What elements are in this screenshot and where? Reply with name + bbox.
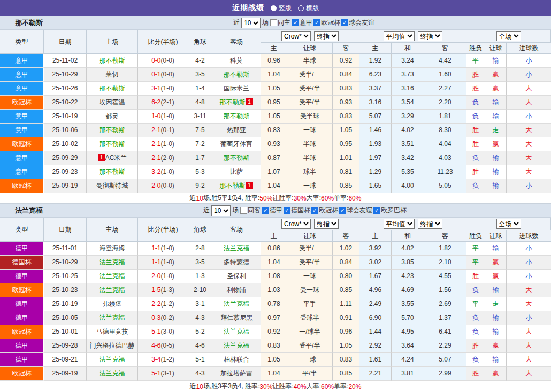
goals-outcome: 小 [507,256,551,270]
home-team[interactable]: 都灵 [106,112,119,120]
match-score: 5-1(3-1) [138,367,188,381]
away-team[interactable]: 加拉塔萨雷 [220,370,252,377]
away-team[interactable]: 圣保利 [227,272,246,280]
home-team[interactable]: 法兰克福 [100,356,125,363]
layout-option-vertical[interactable]: 竖版 [271,4,292,13]
table-header: 类型 日期 主场 比分(半场) 角球 客场 Crow* 终指 平均值 终指 全场… [0,30,551,54]
summary-row: 近10场,胜3平3负4, 胜率:30% 让胜率:40% 大率:60% 单率:20… [0,381,551,392]
handicap-outcome: 输 [485,311,507,325]
home-team-cell: 海登海姆 [87,242,138,256]
league-filter-checkbox[interactable]: ✓球会友谊 [339,206,372,215]
away-team[interactable]: 那不勒斯 [224,154,249,162]
away-team[interactable]: 葡萄牙体育 [220,140,252,148]
checkbox-checked-icon[interactable]: ✓ [292,19,299,26]
away-odds: 1.05 [333,124,359,137]
away-team[interactable]: 法兰克福 [224,300,249,308]
halftime-score: (1-3) [161,286,174,294]
col-handicap: 让球 [287,43,333,54]
handicap-outcome: 赢 [485,82,507,96]
handicap-line: 一球 [287,124,333,137]
summary-stat-value: 10 [196,195,203,202]
home-team[interactable]: 那不勒斯 [100,168,125,175]
average-stage-select[interactable]: 终指 [418,31,442,41]
away-team[interactable]: 热那亚 [227,126,246,134]
fulltime-score: 2-2 [151,300,160,308]
period-select[interactable]: 全场 [496,31,521,41]
home-team[interactable]: 埃因霍温 [100,98,125,106]
away-team[interactable]: 那不勒斯 [220,98,246,106]
radio-vertical-icon[interactable] [271,5,277,11]
away-team[interactable]: 多特蒙德 [224,258,249,266]
away-team[interactable]: 比萨 [230,168,243,175]
same-venue-checkbox[interactable]: 同客 [240,206,261,215]
average-select[interactable]: 平均值 [384,31,415,41]
goals-outcome: 大 [507,367,551,381]
bookmaker-select[interactable]: Crow* [281,219,311,229]
away-team[interactable]: 法兰克福 [224,328,249,335]
checkbox-unchecked-icon[interactable] [240,207,247,214]
league-filter-checkbox[interactable]: ✓德国杯 [284,206,310,215]
home-team[interactable]: 那不勒斯 [100,126,125,134]
league-filter-checkbox[interactable]: ✓欧冠杯 [313,18,340,27]
fulltime-score: 1-0 [151,112,160,120]
home-team[interactable]: 弗赖堡 [103,300,122,308]
layout-option-horizontal[interactable]: 横版 [298,4,319,13]
radio-horizontal-label[interactable]: 横版 [306,4,319,13]
same-venue-checkbox[interactable]: 同主 [270,18,290,27]
home-team[interactable]: 法兰克福 [100,314,125,321]
home-team[interactable]: 莱切 [106,71,119,78]
away-team[interactable]: 拜仁慕尼黑 [220,314,252,321]
home-team[interactable]: 法兰克福 [100,272,125,280]
checkbox-unchecked-icon[interactable] [270,19,277,26]
home-team[interactable]: 那不勒斯 [100,140,125,148]
league-filter-checkbox[interactable]: ✓意甲 [292,18,312,27]
match-count-select[interactable]: 10 [211,205,231,216]
home-team[interactable]: AC米兰 [105,154,127,162]
league-filter-checkbox[interactable]: ✓欧冠杯 [311,206,338,215]
average-select[interactable]: 平均值 [384,219,415,229]
away-team[interactable]: 科莫 [230,57,243,64]
match-count-select[interactable]: 10 [241,18,261,28]
odds-stage-select[interactable]: 终指 [314,31,339,41]
home-team[interactable]: 法兰克福 [100,370,125,377]
home-team[interactable]: 法兰克福 [100,286,125,294]
league-filter-checkbox[interactable]: ✓德甲 [262,206,282,215]
avg-away-odds: 1.56 [424,283,466,297]
league-badge: 欧冠杯 [0,137,44,151]
handicap-outcome: 赢 [485,137,507,151]
away-team[interactable]: 柏林联合 [224,356,249,363]
home-team[interactable]: 海登海姆 [100,244,125,252]
match-date: 25-10-05 [44,311,87,325]
home-team-cell: 法兰克福 [87,256,138,270]
checkbox-checked-icon[interactable]: ✓ [339,207,346,214]
period-select[interactable]: 全场 [496,219,521,229]
odds-stage-select[interactable]: 终指 [314,219,339,229]
home-team[interactable]: 马德里竞技 [96,328,128,335]
away-team[interactable]: 法兰克福 [224,244,249,252]
league-filter-checkbox[interactable]: ✓球会友谊 [341,18,374,27]
radio-vertical-label[interactable]: 竖版 [279,4,292,13]
league-filter-checkbox[interactable]: ✓欧罗巴杯 [373,206,407,215]
checkbox-checked-icon[interactable]: ✓ [341,19,348,26]
checkbox-checked-icon[interactable]: ✓ [313,19,320,26]
away-team[interactable]: 那不勒斯 [224,71,249,78]
col-handicap-result: 让球 [485,230,507,242]
checkbox-checked-icon[interactable]: ✓ [311,207,318,214]
away-team-cell: 柏林联合 [212,353,261,367]
away-team[interactable]: 那不勒斯 [224,112,249,120]
radio-horizontal-icon[interactable] [298,5,304,11]
home-team[interactable]: 法兰克福 [100,258,125,266]
home-team[interactable]: 那不勒斯 [100,57,125,64]
average-stage-select[interactable]: 终指 [418,219,442,229]
bookmaker-select[interactable]: Crow* [281,31,311,41]
checkbox-checked-icon[interactable]: ✓ [262,207,269,214]
home-team[interactable]: 曼彻斯特城 [96,182,128,189]
checkbox-checked-icon[interactable]: ✓ [373,207,380,214]
checkbox-checked-icon[interactable]: ✓ [284,207,290,214]
away-team[interactable]: 国际米兰 [224,84,249,92]
away-team[interactable]: 那不勒斯 [220,182,246,189]
away-team[interactable]: 法兰克福 [224,342,249,349]
home-team[interactable]: 门兴格拉德巴赫 [90,342,135,349]
home-team[interactable]: 那不勒斯 [100,84,125,92]
away-team[interactable]: 利物浦 [227,286,246,294]
